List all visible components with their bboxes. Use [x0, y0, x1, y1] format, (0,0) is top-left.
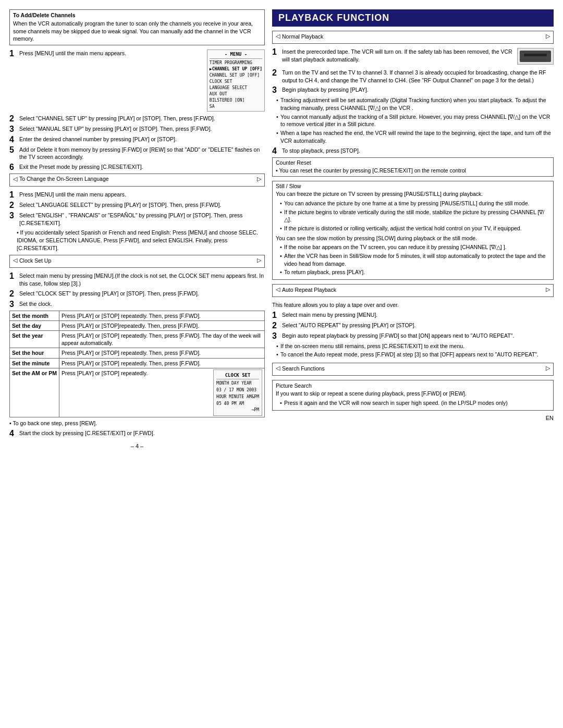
arrow-left-icon: ◁ — [276, 33, 280, 40]
step-num: 4 — [9, 429, 17, 438]
step-add5: 5 Add or Delete it from memory by pressi… — [9, 146, 265, 161]
left-column: To Add/Delete Channels When the VCR auto… — [9, 9, 265, 449]
step-content: Insert the prerecorded tape. The VCR wil… — [282, 48, 554, 67]
page-en: EN — [272, 415, 554, 421]
table-row: Set the hour Press [PLAY] or [STOP] repe… — [10, 348, 265, 358]
list-item: When a tape has reached the end, the VCR… — [276, 129, 554, 144]
clock-label: Set the year — [10, 331, 59, 348]
clock-label: Set the AM or PM — [10, 368, 59, 417]
clock-steps: 1 Select main menu by pressing [MENU].(I… — [9, 272, 265, 308]
step-content: Select "CHANNEL SET UP" by pressing [PLA… — [19, 115, 265, 122]
add-delete-steps: 1 - MENU - TIMER PROGRAMMING ▶CHANNEL SE… — [9, 50, 265, 171]
still-slow-intro: You can freeze the picture on TV screen … — [276, 190, 550, 198]
step-auto2: 2 Select "AUTO REPEAT" by pressing [PLAY… — [272, 322, 554, 330]
step-content: Exit the Preset mode by pressing [C.RESE… — [19, 163, 265, 171]
step-num: 1 — [272, 311, 279, 319]
list-item: Press it again and the VCR will now sear… — [280, 399, 550, 407]
step-norm1: 1 Insert the prerecorded tape. The VCR w… — [272, 48, 554, 67]
step-clock2: 2 Select "CLOCK SET" by pressing [PLAY] … — [9, 290, 265, 298]
still-slow-title: Still / Slow — [276, 183, 550, 189]
step-lang3: 3 Select "ENGLISH" , "FRANCAIS" or "ESPA… — [9, 212, 265, 227]
table-row: Set the minute Press [PLAY] or [STOP] re… — [10, 358, 265, 368]
auto-repeat-intro: This feature allows you to play a tape o… — [272, 301, 554, 309]
step-add2: 2 Select "CHANNEL SET UP" by pressing [P… — [9, 115, 265, 123]
clock-label: Set the day — [10, 320, 59, 330]
table-row: Set the month Press [PLAY] or [STOP] rep… — [10, 311, 265, 320]
counter-reset-section: Counter Reset • You can reset the counte… — [272, 157, 554, 177]
step-num: 2 — [272, 322, 279, 330]
picture-search-text: If you want to skip or repeat a scene du… — [276, 390, 550, 398]
step-add3: 3 Select "MANUAL SET UP" by pressing [PL… — [9, 125, 265, 133]
clock-section-title: ◁ Clock Set Up ▷ — [13, 257, 261, 264]
clock-label: Set the minute — [10, 358, 59, 368]
arrow-right-icon: ▷ — [546, 286, 550, 293]
add-delete-title: To Add/Delete Channels — [13, 12, 261, 18]
menu-image: - MENU - TIMER PROGRAMMING ▶CHANNEL SET … — [207, 50, 265, 112]
step-content: - MENU - TIMER PROGRAMMING ▶CHANNEL SET … — [19, 50, 265, 113]
step-norm3: 3 Begin playback by pressing [PLAY]. — [272, 86, 554, 94]
step-content: Select main menu by pressing [MENU].(If … — [19, 272, 265, 287]
clock-label: Set the month — [10, 311, 59, 320]
clock-instruction: CLOCK SET MONTH DAY YEAR 03 / 17 MON 200… — [59, 368, 264, 417]
step-content: Turn on the TV and set the TV to channel… — [282, 69, 554, 84]
step-add4: 4 Enter the desired channel number by pr… — [9, 135, 265, 144]
step-num: 2 — [9, 115, 17, 123]
step-num: 3 — [9, 125, 17, 133]
step-norm2: 2 Turn on the TV and set the TV to chann… — [272, 69, 554, 84]
list-item: If the picture begins to vibrate vertica… — [280, 208, 550, 224]
step-text: Press [MENU] until the main menu appears… — [19, 50, 126, 56]
language-section-title: ◁ To Change the On-Screen Language ▷ — [13, 176, 261, 182]
counter-reset-title: Counter Reset — [276, 159, 550, 166]
normal-playback-section: ◁ Normal Playback ▷ — [272, 31, 554, 44]
search-functions-title: ◁ Search Functions ▷ — [276, 365, 550, 372]
step-num: 4 — [272, 147, 279, 155]
table-row: Set the year Press [PLAY] or [STOP] repe… — [10, 331, 265, 348]
clock-instruction: Press [PLAY] or [STOP]repeatedly. Then, … — [59, 320, 264, 330]
arrow-left-icon: ◁ — [13, 257, 17, 264]
step-num: 3 — [272, 332, 279, 340]
step-lang2: 2 Select "LANGUAGE SELECT" by pressing [… — [9, 201, 265, 209]
clock-section-header: ◁ Clock Set Up ▷ — [9, 255, 265, 268]
step-content: Select "CLOCK SET" by pressing [PLAY] or… — [19, 290, 265, 298]
language-steps: 1 Press [MENU] until the main menu appea… — [9, 191, 265, 252]
list-item: If the noise bar appears on the TV scree… — [280, 243, 550, 251]
clock-back-note: • To go back one step, press [REW]. — [9, 419, 265, 427]
vcr-image — [517, 48, 554, 65]
counter-reset-text: • You can reset the counter by pressing … — [276, 167, 550, 175]
arrow-left-icon: ◁ — [13, 176, 17, 182]
arrow-right-icon: ▷ — [546, 33, 550, 40]
step-content: Select main menu by pressing [MENU]. — [282, 311, 554, 319]
step-content: Press [MENU] until the main menu appears… — [19, 191, 265, 199]
auto-repeat-bullets: If the on-screen menu still remains, pre… — [272, 342, 554, 359]
list-item: If the on-screen menu still remains, pre… — [276, 342, 554, 350]
normal-playback-steps: 1 Insert the prerecorded tape. The VCR w… — [272, 48, 554, 94]
clock-instruction: Press [PLAY] or [STOP] repeatedly. Then,… — [59, 331, 264, 348]
arrow-right-icon: ▷ — [257, 257, 261, 264]
step-num: 3 — [9, 300, 17, 309]
table-row: Set the AM or PM CLOCK SET MONTH DAY YEA… — [10, 368, 265, 417]
language-note: • If you accidentally select Spanish or … — [9, 229, 265, 252]
step-content: Select "AUTO REPEAT" by pressing [PLAY] … — [282, 322, 554, 329]
step-clock3: 3 Set the clock. — [9, 300, 265, 309]
step-clock1: 1 Select main menu by pressing [MENU].(I… — [9, 272, 265, 287]
step-norm4: 4 To stop playback, press [STOP]. — [272, 147, 554, 155]
clock-table: Set the month Press [PLAY] or [STOP] rep… — [9, 311, 265, 417]
list-item: To cancel the Auto repeat mode, press [F… — [276, 351, 554, 359]
picture-search-title: Picture Search — [276, 382, 550, 389]
slow-motion-text: You can see the slow motion by pressing … — [276, 235, 550, 242]
arrow-right-icon: ▷ — [546, 365, 550, 372]
vcr-body — [520, 51, 551, 62]
step-content: To stop playback, press [STOP]. — [282, 147, 554, 155]
step-content: Begin auto repeat playback by pressing [… — [282, 332, 554, 340]
step-num: 1 — [272, 48, 279, 56]
arrow-left-icon: ◁ — [276, 365, 280, 372]
step-content: Select "MANUAL SET UP" by pressing [PLAY… — [19, 125, 265, 133]
page-container: To Add/Delete Channels When the VCR auto… — [9, 9, 554, 449]
page-number: – 4 – — [9, 443, 265, 449]
clock-image: CLOCK SET MONTH DAY YEAR 03 / 17 MON 200… — [213, 369, 262, 416]
step-num: 1 — [9, 50, 17, 58]
list-item: To return playback, press [PLAY]. — [280, 268, 550, 276]
step-content: Enter the desired channel number by pres… — [19, 135, 265, 143]
step-clock4: 4 Start the clock by pressing [C.RESET/E… — [9, 429, 265, 438]
list-item: You cannot manually adjust the tracking … — [276, 113, 554, 128]
